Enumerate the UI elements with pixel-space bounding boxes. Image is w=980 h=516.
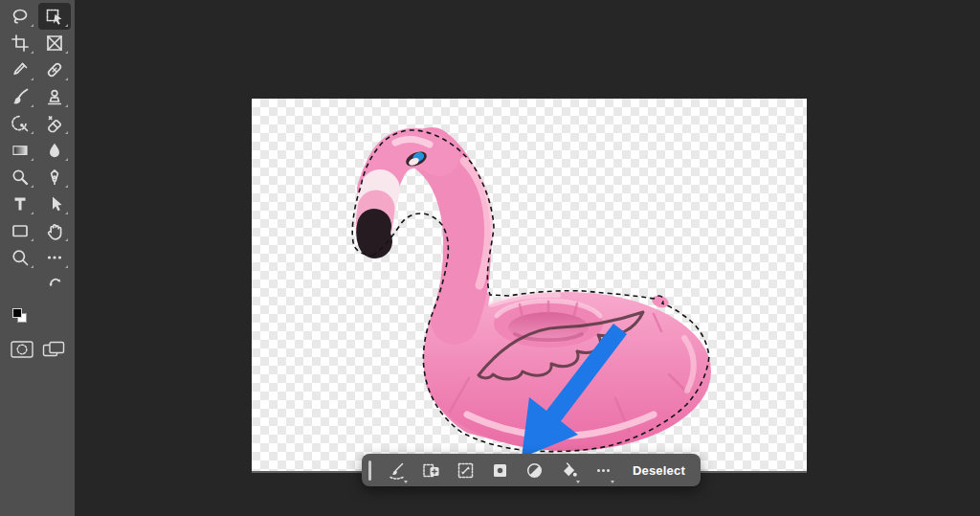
transform-selection-button[interactable] (453, 457, 479, 483)
color-swatches (0, 277, 75, 328)
fill-selection-icon (560, 461, 578, 480)
tool-type[interactable] (4, 191, 36, 217)
tool-brush[interactable] (4, 83, 36, 110)
tool-history-brush[interactable] (4, 110, 36, 137)
tool-gradient[interactable] (4, 137, 36, 164)
pen-icon (45, 168, 64, 187)
type-icon (11, 194, 30, 213)
crop-icon (11, 34, 30, 53)
flamingo-artwork (252, 99, 807, 471)
default-colors-button[interactable] (12, 308, 26, 322)
tool-lasso[interactable] (4, 3, 36, 30)
path-selection-icon (45, 194, 64, 213)
selection-brush-icon (388, 461, 406, 480)
more-tools-icon (45, 248, 64, 267)
default-foreground-swatch (12, 308, 22, 318)
tool-zoom[interactable] (4, 244, 36, 271)
tool-grid (4, 3, 71, 271)
clone-stamp-icon (45, 87, 64, 106)
deselect-button[interactable]: Deselect (621, 458, 697, 483)
tool-pen[interactable] (38, 164, 71, 191)
tool-spot-healing[interactable] (38, 56, 71, 83)
tool-eyedropper[interactable] (4, 56, 36, 83)
fill-selection-button[interactable] (556, 457, 582, 483)
tool-clone-stamp[interactable] (38, 83, 71, 110)
flamingo-head (373, 139, 439, 241)
eraser-icon (45, 114, 64, 133)
spot-healing-icon (45, 60, 64, 79)
tool-crop[interactable] (4, 30, 36, 56)
frame-icon (45, 34, 64, 53)
tool-object-selection[interactable] (38, 3, 71, 30)
zoom-icon (11, 248, 30, 267)
tool-path-selection[interactable] (38, 191, 71, 217)
selection-brush-button[interactable] (384, 457, 410, 483)
dodge-icon (11, 168, 30, 187)
swap-colors-button[interactable] (49, 277, 61, 292)
lasso-icon (11, 7, 30, 26)
create-mask-button[interactable] (487, 457, 513, 483)
foreground-color-swatch[interactable] (16, 279, 39, 302)
tool-eraser[interactable] (38, 110, 71, 137)
contextual-task-bar: Deselect (362, 454, 701, 486)
create-mask-icon (491, 461, 509, 480)
gradient-icon (11, 141, 30, 160)
tool-dodge[interactable] (4, 164, 36, 191)
tool-rectangle[interactable] (4, 217, 36, 244)
tool-hand[interactable] (38, 217, 71, 244)
more-options-button[interactable] (590, 457, 616, 483)
rectangle-icon (11, 221, 30, 240)
swap-colors-icon (49, 277, 61, 289)
mode-buttons (11, 341, 65, 361)
adjustment-layer-button[interactable] (522, 457, 547, 483)
screen-mode-button[interactable] (42, 341, 65, 361)
modify-selection-button[interactable] (418, 457, 444, 483)
quick-mask-button[interactable] (11, 341, 33, 361)
history-brush-icon (11, 114, 30, 133)
adjustment-layer-icon (525, 461, 544, 480)
object-selection-icon (45, 7, 64, 26)
hand-icon (45, 221, 64, 240)
modify-selection-icon (422, 461, 440, 480)
blur-icon (45, 141, 64, 160)
transform-selection-icon (457, 461, 475, 480)
quick-mask-icon (11, 341, 33, 358)
tool-frame[interactable] (38, 30, 71, 56)
more-options-icon (594, 461, 612, 480)
tool-more-tools[interactable] (38, 244, 71, 271)
tool-bar (0, 0, 75, 516)
taskbar-drag-handle[interactable] (368, 460, 371, 481)
tool-blur[interactable] (38, 137, 71, 164)
brush-icon (11, 87, 30, 106)
eyedropper-icon (11, 60, 30, 79)
screen-mode-icon (42, 341, 65, 358)
document-canvas[interactable] (252, 99, 807, 471)
